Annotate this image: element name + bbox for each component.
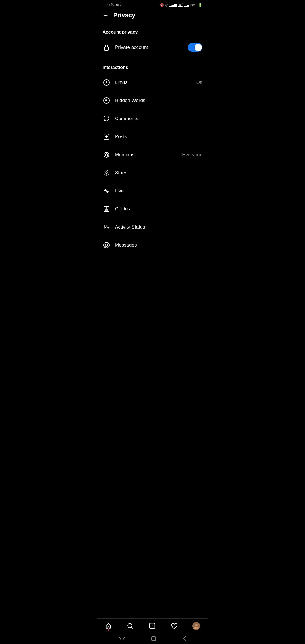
interactions-label: Interactions: [97, 59, 208, 73]
posts-row[interactable]: Posts: [97, 128, 208, 146]
private-account-toggle[interactable]: [188, 43, 202, 52]
mentions-row[interactable]: Mentions Everyone: [97, 146, 208, 164]
mentions-value: Everyone: [182, 152, 202, 158]
live-label: Live: [115, 188, 202, 194]
time: 3:29: [103, 3, 110, 7]
comments-row[interactable]: Comments: [97, 110, 208, 128]
section-divider: [97, 58, 208, 58]
signal2-icon: ▂▄: [184, 3, 189, 7]
activity-status-label: Activity Status: [115, 224, 202, 230]
account-privacy-section: Account privacy Private account: [97, 24, 208, 57]
live-row[interactable]: Live: [97, 182, 208, 200]
guides-icon: [103, 205, 110, 213]
hidden-words-icon: [103, 97, 110, 105]
guides-row[interactable]: Guides: [97, 200, 208, 218]
messages-row[interactable]: Messages: [97, 236, 208, 254]
header: ← Privacy: [97, 9, 208, 24]
image-icon: 🖼: [111, 3, 114, 7]
messages-label: Messages: [115, 242, 202, 248]
battery-icon: 🔋: [198, 3, 202, 7]
battery: 38%: [190, 3, 197, 7]
comments-icon: [103, 115, 110, 123]
story-label: Story: [115, 170, 202, 176]
story-icon: [103, 169, 110, 177]
mentions-icon: [103, 151, 110, 159]
posts-label: Posts: [115, 134, 202, 140]
private-account-label: Private account: [115, 45, 188, 50]
account-privacy-label: Account privacy: [97, 24, 208, 38]
limits-value: Off: [196, 80, 202, 85]
messages-icon: [103, 241, 110, 249]
svg-point-11: [105, 154, 108, 156]
hidden-words-row[interactable]: Hidden Words: [97, 92, 208, 110]
back-button[interactable]: ←: [103, 12, 109, 19]
svg-point-26: [105, 225, 107, 227]
svg-point-12: [104, 170, 109, 175]
data-icon: 4G: [178, 3, 183, 7]
guides-label: Guides: [115, 206, 202, 212]
svg-point-5: [106, 100, 107, 101]
lock-icon: [103, 43, 110, 51]
svg-point-18: [106, 190, 107, 192]
svg-point-28: [104, 242, 109, 248]
gmail-icon: M: [116, 3, 119, 7]
story-row[interactable]: Story: [97, 164, 208, 182]
posts-icon: [103, 133, 110, 141]
page-title: Privacy: [113, 12, 135, 19]
status-bar: 3:29 🖼 M △ 🔇 ◎ ▂▄▆ 4G ▂▄ 38% 🔋: [97, 0, 208, 9]
status-right: 🔇 ◎ ▂▄▆ 4G ▂▄ 38% 🔋: [160, 3, 202, 7]
hidden-words-label: Hidden Words: [115, 98, 202, 103]
svg-point-27: [108, 228, 109, 229]
status-left: 3:29 🖼 M △: [103, 3, 122, 7]
interactions-section: Interactions Limits Off Hidden Words: [97, 59, 208, 254]
mute-icon: 🔇: [160, 3, 164, 7]
svg-rect-0: [104, 47, 108, 50]
limits-label: Limits: [115, 80, 196, 85]
limits-icon: [103, 79, 110, 86]
signal-icon: ▂▄▆: [169, 3, 177, 7]
toggle-knob: [195, 44, 202, 51]
activity-status-icon: [103, 223, 110, 231]
live-icon: [103, 187, 110, 195]
limits-row[interactable]: Limits Off: [97, 73, 208, 92]
svg-rect-13: [106, 172, 107, 174]
private-account-row[interactable]: Private account: [97, 38, 208, 57]
activity-status-row[interactable]: Activity Status: [97, 218, 208, 236]
notification-icon: △: [120, 3, 122, 7]
toggle-track[interactable]: [188, 43, 202, 52]
wifi-icon: ◎: [165, 3, 168, 7]
comments-label: Comments: [115, 116, 202, 121]
mentions-label: Mentions: [115, 152, 182, 158]
